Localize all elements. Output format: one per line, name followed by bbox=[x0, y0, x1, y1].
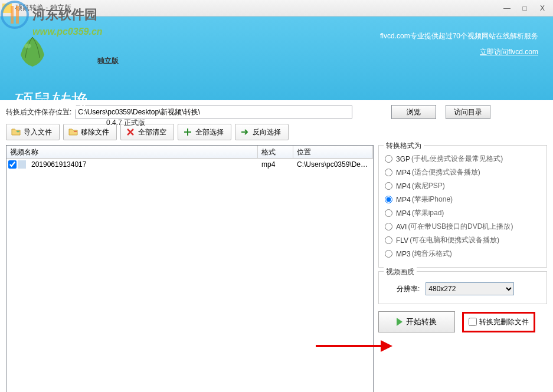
format-option-mp4-psp[interactable]: MP4 (索尼PSP) bbox=[385, 181, 541, 191]
delete-after-checkbox[interactable] bbox=[469, 318, 477, 326]
maximize-button[interactable]: □ bbox=[516, 3, 533, 14]
format-option-mp3[interactable]: MP3 (纯音乐格式) bbox=[385, 249, 541, 259]
app-title: 硕鼠转换 bbox=[15, 88, 90, 114]
invert-label: 反向选择 bbox=[253, 127, 281, 137]
window-title: 硕鼠转换 - 独立版 bbox=[15, 3, 499, 13]
row-checkbox[interactable] bbox=[8, 160, 17, 169]
folder-remove-icon bbox=[68, 127, 78, 137]
app-header: 硕鼠转换 独立版 0.4.7 正式版 flvcd.com专业提供超过70个视频网… bbox=[0, 17, 553, 100]
clear-label: 全部清空 bbox=[138, 127, 166, 137]
window-titlebar: 硕鼠转换 - 独立版 — □ X bbox=[0, 0, 553, 17]
list-body[interactable]: 20190619134017 mp4 C:\Users\pc0359\Des..… bbox=[6, 159, 373, 392]
leaf-icon bbox=[15, 34, 50, 70]
arrow-right-icon bbox=[240, 127, 250, 137]
format-radio-mp4-portable[interactable] bbox=[385, 169, 392, 176]
resolution-label: 分辨率: bbox=[397, 284, 420, 294]
folder-add-icon bbox=[11, 127, 21, 137]
format-option-mp4-ipad[interactable]: MP4 (苹果ipad) bbox=[385, 208, 541, 218]
action-row: 开始转换 转换完删除文件 bbox=[378, 311, 547, 332]
format-radio-3gp[interactable] bbox=[385, 155, 392, 163]
list-header: 视频名称 格式 位置 bbox=[6, 146, 373, 159]
table-row[interactable]: 20190619134017 mp4 C:\Users\pc0359\Des..… bbox=[6, 159, 373, 170]
quality-group: 视频画质 分辨率: 480x272 bbox=[378, 271, 547, 304]
header-tagline: flvcd.com专业提供超过70个视频网站在线解析服务 bbox=[380, 31, 538, 41]
format-option-mp4-iphone[interactable]: MP4 (苹果iPhone) bbox=[385, 195, 541, 205]
format-radio-flv[interactable] bbox=[385, 236, 392, 244]
close-button[interactable]: X bbox=[534, 3, 551, 14]
app-edition: 独立版 bbox=[97, 57, 119, 65]
format-option-avi[interactable]: AVI (可在带USB接口的DVD机上播放) bbox=[385, 222, 541, 232]
column-location[interactable]: 位置 bbox=[293, 146, 373, 158]
quality-group-title: 视频画质 bbox=[384, 267, 417, 277]
column-format[interactable]: 格式 bbox=[258, 146, 293, 158]
settings-panel: 转换格式为 3GP (手机,便携式设备最常见格式) MP4 (适合便携式设备播放… bbox=[378, 145, 547, 392]
format-group: 转换格式为 3GP (手机,便携式设备最常见格式) MP4 (适合便携式设备播放… bbox=[378, 145, 547, 268]
svg-rect-6 bbox=[74, 131, 77, 132]
column-name[interactable]: 视频名称 bbox=[6, 146, 258, 158]
main-content: 转换后文件保存位置: 浏览 访问目录 导入文件 移除文件 全部清空 全部选择 反… bbox=[0, 100, 553, 392]
video-file-icon bbox=[18, 160, 26, 169]
delete-after-checkbox-wrapper[interactable]: 转换完删除文件 bbox=[462, 312, 535, 332]
svg-point-3 bbox=[24, 44, 31, 48]
delete-after-label: 转换完删除文件 bbox=[479, 317, 529, 327]
clear-icon bbox=[126, 127, 135, 137]
file-list: 视频名称 格式 位置 20190619134017 mp4 C:\Users\p… bbox=[6, 145, 374, 392]
app-version: 0.4.7 正式版 bbox=[106, 118, 145, 127]
format-radio-mp3[interactable] bbox=[385, 250, 392, 258]
row-name: 20190619134017 bbox=[28, 160, 258, 169]
start-convert-button[interactable]: 开始转换 bbox=[378, 311, 455, 332]
remove-label: 移除文件 bbox=[81, 127, 109, 137]
svg-rect-8 bbox=[187, 129, 188, 136]
start-label: 开始转换 bbox=[406, 317, 437, 327]
play-icon bbox=[397, 318, 403, 326]
format-radio-avi[interactable] bbox=[385, 223, 392, 230]
format-radio-mp4-iphone[interactable] bbox=[385, 196, 392, 203]
format-radio-mp4-ipad[interactable] bbox=[385, 209, 392, 217]
import-label: 导入文件 bbox=[24, 127, 52, 137]
format-radio-mp4-psp[interactable] bbox=[385, 182, 392, 190]
row-format: mp4 bbox=[258, 160, 293, 169]
plus-icon bbox=[183, 127, 192, 137]
row-location: C:\Users\pc0359\Des... bbox=[293, 160, 373, 169]
resolution-select[interactable]: 480x272 bbox=[426, 282, 514, 295]
format-option-3gp[interactable]: 3GP (手机,便携式设备最常见格式) bbox=[385, 154, 541, 164]
format-option-mp4-portable[interactable]: MP4 (适合便携式设备播放) bbox=[385, 167, 541, 177]
app-icon bbox=[2, 4, 12, 13]
format-group-title: 转换格式为 bbox=[384, 141, 424, 151]
svg-rect-5 bbox=[18, 130, 18, 133]
select-all-label: 全部选择 bbox=[195, 127, 224, 137]
visit-link[interactable]: 立即访问flvcd.com bbox=[480, 47, 538, 57]
format-option-flv[interactable]: FLV (可在电脑和便携式设备播放) bbox=[385, 235, 541, 245]
minimize-button[interactable]: — bbox=[499, 3, 515, 14]
